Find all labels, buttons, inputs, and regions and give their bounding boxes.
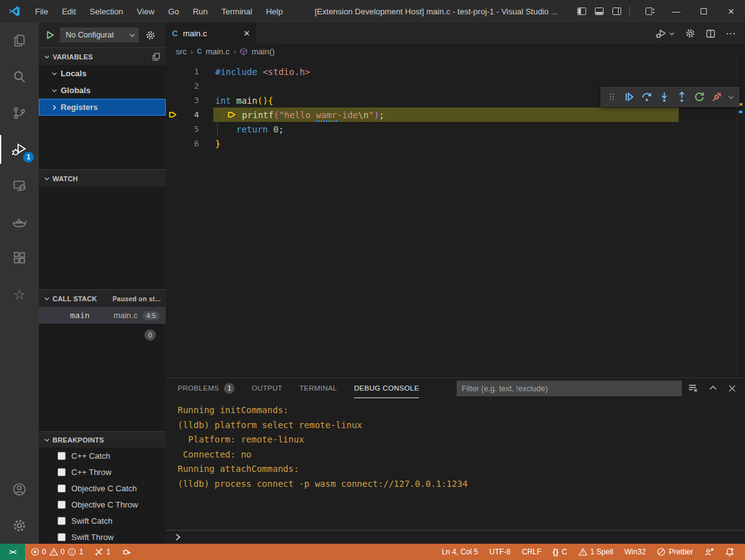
debug-toolbar-dropdown-icon[interactable] xyxy=(727,94,734,101)
breakpoint-c-throw[interactable]: C++ Throw xyxy=(39,464,166,480)
gutter-margin[interactable] xyxy=(166,64,180,79)
console-filter-input[interactable] xyxy=(457,381,682,396)
menu-edit[interactable]: Edit xyxy=(55,0,83,22)
breakpoint-objective-c-throw[interactable]: Objective C Throw xyxy=(39,496,166,512)
spell-checker-status[interactable]: 1 Spell xyxy=(573,544,619,560)
breakpoint-checkbox[interactable] xyxy=(58,501,66,509)
editor-settings-gear-icon[interactable] xyxy=(685,28,696,39)
code-line-5[interactable]: 5 return 0; xyxy=(166,122,745,136)
minimize-button[interactable]: — xyxy=(662,0,690,22)
gutter-margin[interactable] xyxy=(166,136,180,151)
tools-status[interactable]: 1 xyxy=(89,544,116,560)
encoding-selector[interactable]: UTF-8 xyxy=(484,544,516,560)
breakpoint-checkbox[interactable] xyxy=(58,517,66,525)
activity-search[interactable] xyxy=(0,59,39,95)
breakpoint-checkbox[interactable] xyxy=(58,468,66,476)
menu-file[interactable]: File xyxy=(28,0,55,22)
breakpoint-swift-throw[interactable]: Swift Throw xyxy=(39,529,166,545)
customize-layout-icon[interactable] xyxy=(645,6,655,16)
cursor-position[interactable]: Ln 4, Col 5 xyxy=(436,544,484,560)
maximize-button[interactable] xyxy=(690,0,717,22)
breadcrumb-file[interactable]: main.c xyxy=(206,47,230,56)
tab-main-c[interactable]: C main.c ✕ xyxy=(166,22,256,44)
activity-settings[interactable] xyxy=(0,508,39,544)
formatter-status[interactable]: Prettier xyxy=(651,544,699,560)
language-mode[interactable]: {} C xyxy=(547,544,573,560)
maximize-panel-icon[interactable] xyxy=(709,384,717,392)
gutter-margin[interactable] xyxy=(166,79,180,93)
start-debug-icon[interactable] xyxy=(45,30,55,40)
toolbar-drag-handle[interactable] xyxy=(606,89,619,104)
clear-console-icon[interactable] xyxy=(688,383,698,393)
breadcrumb-folder[interactable]: src xyxy=(176,47,186,56)
variables-scope-locals[interactable]: Locals xyxy=(39,65,166,82)
menu-run[interactable]: Run xyxy=(186,0,215,22)
variables-scope-registers[interactable]: Registers xyxy=(39,99,166,116)
gutter-margin[interactable] xyxy=(166,93,180,108)
copy-value-icon[interactable] xyxy=(152,52,161,61)
breakpoint-objective-c-catch[interactable]: Objective C Catch xyxy=(39,480,166,496)
activity-extensions[interactable] xyxy=(0,240,39,276)
activity-explorer[interactable] xyxy=(0,22,39,59)
breakpoint-c-catch[interactable]: C++ Catch xyxy=(39,448,166,464)
stack-frame-row[interactable]: main main.c 4:5 xyxy=(39,307,166,324)
eol-selector[interactable]: CRLF xyxy=(516,544,547,560)
breadcrumb-symbol[interactable]: main() xyxy=(251,47,275,56)
panel-tab-debug-console[interactable]: DEBUG CONSOLE xyxy=(354,378,419,398)
platform-status[interactable]: Win32 xyxy=(619,544,651,560)
step-into-button[interactable] xyxy=(658,89,671,104)
activity-marketplace-star[interactable]: ☆ xyxy=(0,276,39,312)
activity-run-and-debug[interactable]: 1 xyxy=(0,131,39,168)
debug-configuration-dropdown[interactable]: No Configurat xyxy=(60,28,139,42)
debug-status[interactable] xyxy=(116,544,138,560)
debug-settings-gear-icon[interactable] xyxy=(145,30,156,41)
toggle-panel-icon[interactable] xyxy=(594,6,604,16)
problems-status[interactable]: 0 0 1 xyxy=(25,544,89,560)
current-statement-gutter-arrow[interactable] xyxy=(166,108,180,122)
run-or-debug-button[interactable] xyxy=(656,28,675,39)
panel-tab-label: TERMINAL xyxy=(299,384,337,392)
disconnect-button[interactable] xyxy=(710,89,723,104)
activity-docker[interactable] xyxy=(0,204,39,240)
variables-scope-globals[interactable]: Globals xyxy=(39,82,166,99)
close-button[interactable]: ✕ xyxy=(717,0,745,22)
activity-remote-explorer[interactable] xyxy=(0,168,39,204)
step-over-button[interactable] xyxy=(641,89,654,104)
toggle-sidebar-icon[interactable] xyxy=(577,6,587,16)
restart-button[interactable] xyxy=(692,89,706,104)
activity-accounts[interactable] xyxy=(0,471,39,508)
panel-tab-terminal[interactable]: TERMINAL xyxy=(299,378,337,398)
menu-terminal[interactable]: Terminal xyxy=(215,0,259,22)
breakpoints-section-header[interactable]: BREAKPOINTS xyxy=(39,431,166,448)
step-out-button[interactable] xyxy=(675,89,688,104)
debug-console-input[interactable] xyxy=(166,530,745,544)
code-line-4[interactable]: 4 printf("hello wamr-ide\n"); xyxy=(166,108,745,122)
code-editor[interactable]: 1#include <stdio.h>23int main(){4 printf… xyxy=(166,58,745,378)
close-panel-icon[interactable] xyxy=(728,384,736,392)
call-stack-section-header[interactable]: CALL STACK Paused on st... xyxy=(39,289,166,307)
split-editor-icon[interactable] xyxy=(706,29,716,39)
activity-source-control[interactable] xyxy=(0,95,39,131)
breakpoint-checkbox[interactable] xyxy=(58,533,66,541)
breakpoint-swift-catch[interactable]: Swift Catch xyxy=(39,512,166,529)
breakpoint-checkbox[interactable] xyxy=(58,452,66,460)
breakpoint-checkbox[interactable] xyxy=(58,484,66,492)
menu-help[interactable]: Help xyxy=(259,0,290,22)
feedback-status[interactable] xyxy=(699,544,719,560)
tab-close-icon[interactable]: ✕ xyxy=(243,29,250,38)
gutter-margin[interactable] xyxy=(166,122,180,136)
menu-selection[interactable]: Selection xyxy=(83,0,129,22)
watch-section-header[interactable]: WATCH xyxy=(39,169,166,187)
code-line-6[interactable]: 6} xyxy=(166,136,745,151)
panel-tab-problems[interactable]: PROBLEMS1 xyxy=(178,378,235,398)
notifications-bell[interactable] xyxy=(719,544,740,560)
menu-go[interactable]: Go xyxy=(161,0,186,22)
panel-tab-output[interactable]: OUTPUT xyxy=(251,378,282,398)
toggle-secondary-sidebar-icon[interactable] xyxy=(612,6,622,16)
remote-indicator[interactable]: >< xyxy=(0,544,25,560)
menu-view[interactable]: View xyxy=(130,0,161,22)
code-line-1[interactable]: 1#include <stdio.h> xyxy=(166,64,745,79)
more-actions-icon[interactable]: ⋯ xyxy=(726,28,736,39)
continue-button[interactable] xyxy=(623,89,636,104)
variables-section-header[interactable]: VARIABLES xyxy=(39,48,166,65)
